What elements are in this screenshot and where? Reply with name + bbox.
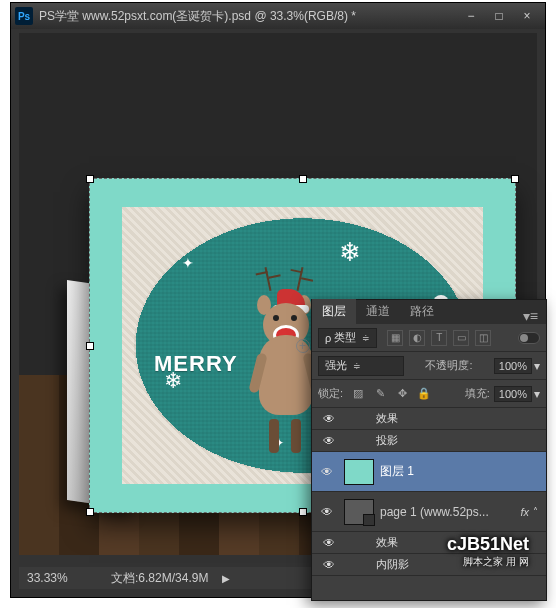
tab-layers[interactable]: 图层 <box>312 299 356 324</box>
filter-toggle[interactable] <box>518 332 540 344</box>
fill-label: 填充: <box>465 386 490 401</box>
chevron-down-icon[interactable]: ▾ <box>534 359 540 373</box>
layers-panel[interactable]: 图层 通道 路径 ▾≡ ρ 类型≑ ▦ ◐ T ▭ ◫ 强光≑ 不透明度: 10… <box>311 299 547 601</box>
transform-center-point[interactable] <box>296 339 310 353</box>
layer-row-selected[interactable]: 图层 1 <box>312 452 546 492</box>
blend-opacity-row: 强光≑ 不透明度: 100%▾ <box>312 352 546 380</box>
visibility-eye-icon[interactable] <box>318 535 340 550</box>
photoshop-window: Ps PS学堂 www.52psxt.com(圣诞贺卡).psd @ 33.3%… <box>10 2 546 598</box>
panel-tabs: 图层 通道 路径 ▾≡ <box>312 300 546 324</box>
filter-type-icon[interactable]: T <box>431 330 447 346</box>
tab-paths[interactable]: 路径 <box>400 299 444 324</box>
transform-handle-ml[interactable] <box>86 342 94 350</box>
opacity-value[interactable]: 100% <box>494 358 532 374</box>
minimize-button[interactable]: − <box>457 6 485 26</box>
lock-all-icon[interactable]: 🔒 <box>415 386 433 402</box>
filter-smart-icon[interactable]: ◫ <box>475 330 491 346</box>
layer-name[interactable]: 图层 1 <box>380 463 542 480</box>
blend-mode-select[interactable]: 强光≑ <box>318 356 404 376</box>
zoom-level[interactable]: 33.33% <box>27 571 97 585</box>
layer-name[interactable]: page 1 (www.52ps... <box>380 505 520 519</box>
effect-inner-shadow[interactable]: 内阴影 <box>312 554 546 576</box>
lock-fill-row: 锁定: ▨ ✎ ✥ 🔒 填充: 100%▾ <box>312 380 546 408</box>
layer-thumbnail[interactable] <box>344 459 374 485</box>
status-menu-arrow-icon[interactable]: ▶ <box>222 573 230 584</box>
close-button[interactable]: × <box>513 6 541 26</box>
transform-handle-bc[interactable] <box>299 508 307 516</box>
fill-value[interactable]: 100% <box>494 386 532 402</box>
lock-pixels-icon[interactable]: ✎ <box>371 386 389 402</box>
panel-menu-icon[interactable]: ▾≡ <box>515 308 546 324</box>
visibility-eye-icon[interactable] <box>316 504 338 519</box>
layer-row[interactable]: page 1 (www.52ps... fx ˄ <box>312 492 546 532</box>
lock-position-icon[interactable]: ✥ <box>393 386 411 402</box>
opacity-label: 不透明度: <box>425 358 472 373</box>
tab-channels[interactable]: 通道 <box>356 299 400 324</box>
merry-text: MERRY <box>154 351 238 377</box>
filter-adjust-icon[interactable]: ◐ <box>409 330 425 346</box>
maximize-button[interactable]: □ <box>485 6 513 26</box>
chevron-down-icon[interactable]: ▾ <box>534 387 540 401</box>
visibility-eye-icon[interactable] <box>318 433 340 448</box>
transform-handle-tc[interactable] <box>299 175 307 183</box>
effect-drop-shadow[interactable]: 投影 <box>312 430 546 452</box>
layer-list: 效果 投影 图层 1 page 1 (www.52ps... fx ˄ <box>312 408 546 600</box>
transform-handle-tr[interactable] <box>511 175 519 183</box>
transform-handle-tl[interactable] <box>86 175 94 183</box>
filter-row: ρ 类型≑ ▦ ◐ T ▭ ◫ <box>312 324 546 352</box>
layer-thumbnail-smart[interactable] <box>344 499 374 525</box>
visibility-eye-icon[interactable] <box>318 557 340 572</box>
visibility-eye-icon[interactable] <box>316 464 338 479</box>
snowflake-icon: ❄ <box>339 237 361 268</box>
visibility-eye-icon[interactable] <box>318 411 340 426</box>
titlebar[interactable]: Ps PS学堂 www.52psxt.com(圣诞贺卡).psd @ 33.3%… <box>11 3 545 29</box>
snowflake-icon: ✦ <box>182 255 194 271</box>
filter-shape-icon[interactable]: ▭ <box>453 330 469 346</box>
lock-transparency-icon[interactable]: ▨ <box>349 386 367 402</box>
ps-app-icon: Ps <box>15 7 33 25</box>
filter-kind-select[interactable]: ρ 类型≑ <box>318 328 377 348</box>
filter-pixel-icon[interactable]: ▦ <box>387 330 403 346</box>
transform-handle-bl[interactable] <box>86 508 94 516</box>
doc-size-label: 文档:6.82M/34.9M <box>111 570 208 587</box>
layer-effects-row[interactable]: 效果 <box>312 532 546 554</box>
lock-label: 锁定: <box>318 386 343 401</box>
layer-effects-row[interactable]: 效果 <box>312 408 546 430</box>
fx-badge[interactable]: fx <box>520 506 529 518</box>
fx-expand-icon[interactable]: ˄ <box>533 506 538 517</box>
window-title: PS学堂 www.52psxt.com(圣诞贺卡).psd @ 33.3%(RG… <box>39 8 457 25</box>
